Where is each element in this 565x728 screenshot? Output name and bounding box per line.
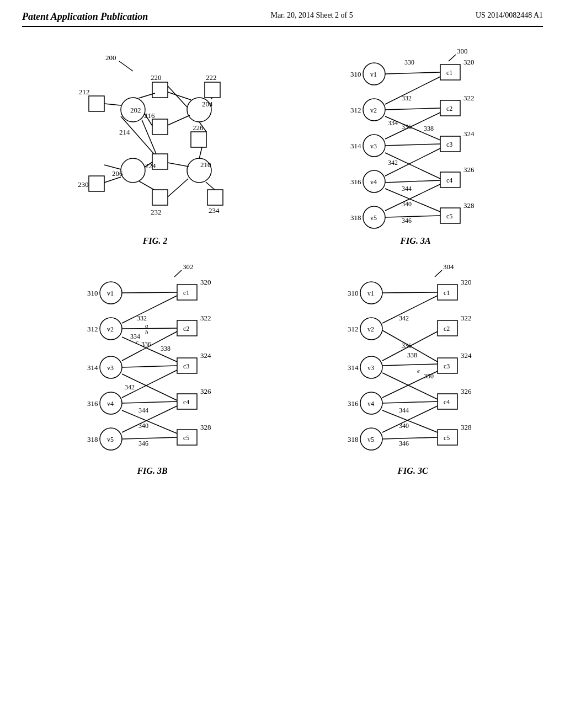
fig3c-326: 326 [461, 387, 472, 395]
fig3b-346: 346 [138, 440, 148, 447]
fig3a-c5: c5 [446, 212, 452, 220]
fig3c-318: 318 [348, 435, 359, 443]
fig3c-edge-e: e [417, 367, 420, 374]
fig3c-container: 304 v1 310 v2 312 v3 314 v4 316 v5 318 [335, 257, 490, 476]
fig3a-338: 338 [424, 125, 434, 132]
fig3a-346: 346 [402, 217, 412, 224]
fig2-node216 [152, 119, 168, 135]
svg-line-61 [122, 437, 177, 439]
svg-line-65 [435, 270, 442, 277]
fig3a-326: 326 [463, 165, 475, 174]
fig3a-container: 300 v1 310 v2 312 v3 314 v4 316 [338, 44, 493, 246]
fig3b-c2: c2 [183, 325, 189, 333]
svg-line-53 [122, 292, 177, 293]
fig3b-edge-a: a [145, 322, 148, 329]
fig3b-edge-b: b [145, 329, 148, 335]
svg-line-31 [385, 108, 440, 110]
fig2-label212: 212 [79, 88, 90, 96]
fig2-container: 200 202 204 206 210 212 [72, 44, 238, 246]
svg-line-18 [168, 179, 188, 197]
svg-line-13 [206, 182, 215, 190]
fig3a-svg: 300 v1 310 v2 312 v3 314 v4 316 [338, 44, 493, 231]
fig3b-318: 318 [87, 435, 98, 443]
fig3c-346: 346 [399, 440, 409, 447]
svg-line-41 [385, 189, 440, 212]
fig3a-328: 328 [463, 201, 475, 210]
fig3c-316: 316 [348, 399, 359, 408]
page-header: Patent Application Publication Mar. 20, … [22, 11, 543, 27]
fig3a-330: 330 [404, 58, 414, 66]
fig3c-v1: v1 [367, 290, 374, 297]
svg-line-37 [385, 180, 440, 183]
fig2-label226: 226 [193, 124, 204, 132]
fig3c-340: 340 [399, 422, 409, 430]
fig2-label206: 206 [112, 169, 123, 178]
fig3a-318: 318 [350, 213, 361, 222]
svg-line-86 [382, 410, 438, 432]
fig3c-svg: 304 v1 310 v2 312 v3 314 v4 316 v5 318 [335, 257, 490, 461]
fig3c-c3: c3 [444, 362, 450, 370]
svg-line-17 [168, 86, 187, 107]
fig2-label230: 230 [78, 180, 89, 189]
fig3c-v3: v3 [367, 364, 374, 372]
fig3b-344: 344 [138, 406, 148, 414]
fig2-label202: 202 [130, 106, 141, 114]
fig3c-310: 310 [348, 289, 359, 297]
fig3b-328: 328 [200, 423, 211, 431]
fig3c-label: FIG. 3C [335, 466, 490, 476]
fig2-node206 [121, 158, 145, 183]
fig3c-c2: c2 [444, 325, 450, 333]
fig3a-320: 320 [463, 58, 475, 66]
fig2-node222 [205, 82, 220, 98]
fig3a-c1: c1 [446, 69, 452, 77]
top-diagrams-row: 200 202 204 206 210 212 [22, 44, 543, 246]
fig3b-338: 338 [161, 345, 170, 352]
fig3c-322: 322 [461, 314, 472, 322]
fig3b-v4: v4 [107, 400, 114, 408]
fig3b-c5: c5 [183, 434, 189, 442]
fig3a-v1: v1 [370, 71, 377, 78]
fig3b-c1: c1 [183, 289, 189, 297]
fig3a-label: FIG. 3A [338, 236, 493, 246]
fig3b-ref302: 302 [183, 263, 194, 271]
svg-line-12 [168, 163, 189, 167]
svg-line-1 [104, 104, 121, 105]
svg-line-77 [382, 296, 438, 323]
svg-line-82 [382, 371, 438, 398]
fig3b-v2: v2 [107, 325, 114, 333]
fig3a-v4: v4 [370, 178, 377, 186]
fig3a-342: 342 [388, 159, 398, 167]
svg-line-39 [385, 184, 440, 211]
fig3b-label: FIG. 3B [75, 466, 230, 476]
fig3c-342: 342 [399, 314, 409, 322]
svg-line-54 [122, 328, 177, 329]
header-sheet: Mar. 20, 2014 Sheet 2 of 5 [270, 11, 353, 20]
fig2-label232: 232 [151, 208, 162, 216]
fig3a-310: 310 [350, 70, 361, 78]
fig3b-332: 332 [137, 314, 147, 322]
fig2-node234 [207, 190, 223, 205]
fig2-ref200: 200 [105, 53, 116, 62]
fig3a-c2: c2 [446, 105, 452, 113]
fig2-label220: 220 [151, 73, 162, 82]
fig3b-v1: v1 [107, 290, 114, 297]
svg-line-55 [122, 296, 177, 323]
svg-line-56 [122, 366, 177, 367]
fig3c-v5: v5 [367, 436, 374, 443]
svg-line-7 [104, 165, 121, 169]
svg-line-10 [138, 181, 154, 190]
fig3b-v3: v3 [107, 364, 114, 372]
fig3c-c5: c5 [444, 434, 450, 442]
fig3a-314: 314 [350, 142, 361, 150]
fig3a-340: 340 [402, 200, 412, 208]
fig3b-334: 334 [130, 333, 140, 340]
fig3b-312: 312 [87, 325, 98, 333]
svg-line-64 [122, 410, 177, 433]
fig2-label210: 210 [200, 160, 211, 169]
fig3b-324: 324 [200, 351, 211, 360]
fig3c-ref304: 304 [443, 263, 454, 271]
svg-line-19 [449, 55, 456, 61]
svg-line-85 [382, 406, 438, 432]
fig3b-316: 316 [87, 399, 98, 408]
fig3b-314: 314 [87, 363, 98, 372]
